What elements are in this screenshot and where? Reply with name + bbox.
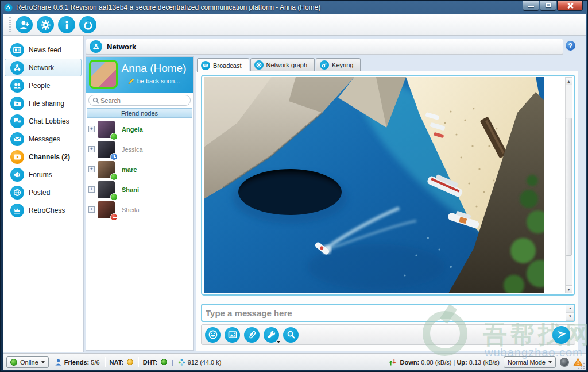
- search-icon: [92, 97, 99, 104]
- statusbar: Online Friends: 5/6 NAT: DHT: | 912 (44.…: [3, 353, 586, 370]
- friend-nodes-header[interactable]: Friend nodes: [87, 108, 192, 118]
- tab-broadcast[interactable]: Broadcast: [197, 58, 249, 72]
- sidebar-item-posted[interactable]: Posted: [5, 183, 82, 201]
- online-badge: [110, 173, 118, 181]
- friend-row-jessica[interactable]: + Jessica: [86, 139, 193, 159]
- minimize-button[interactable]: [523, 1, 539, 11]
- sidebar-label: People: [29, 82, 50, 90]
- friend-search[interactable]: [88, 95, 191, 106]
- add-friend-button[interactable]: [16, 16, 33, 33]
- gear-icon: [40, 20, 51, 30]
- friends-label: Friends:: [64, 359, 89, 366]
- msg-scroll-down[interactable]: ▼: [566, 313, 574, 321]
- quit-button[interactable]: [79, 16, 96, 33]
- expand-icon[interactable]: +: [88, 126, 95, 132]
- friend-avatar: [98, 181, 115, 198]
- sidebar-label: Messages: [29, 135, 60, 143]
- pencil-icon: [128, 78, 135, 85]
- nat-status-dot: [127, 359, 133, 365]
- profile-avatar[interactable]: [89, 60, 118, 89]
- expand-icon[interactable]: +: [88, 166, 95, 172]
- sidebar-item-network[interactable]: Network: [5, 59, 82, 76]
- friend-row-marc[interactable]: + marc: [86, 159, 193, 179]
- broadcast-panel: ▲ ▼ ▲▼: [196, 71, 578, 351]
- msg-scroll-up[interactable]: ▲: [566, 305, 574, 313]
- scroll-up-arrow[interactable]: ▲: [566, 78, 572, 85]
- smiley-icon: [208, 330, 218, 339]
- tab-network-graph[interactable]: Network graph: [250, 58, 315, 71]
- smiley-button[interactable]: [205, 327, 220, 343]
- up-value: 8.13 (kB/s): [469, 359, 500, 366]
- transfer-arrows-icon: [389, 358, 396, 366]
- friend-avatar: [98, 141, 115, 158]
- scroll-thumb[interactable]: [566, 118, 572, 256]
- chat-toolbar: [201, 324, 575, 345]
- pipe: |: [172, 359, 173, 366]
- titlebar[interactable]: RetroShare 0.6.1 Revision aaf13eb4 a sec…: [1, 1, 587, 14]
- sidebar-item-retrochess[interactable]: RetroChess: [5, 201, 82, 219]
- sidebar-item-news-feed[interactable]: News feed: [5, 41, 82, 59]
- channels-icon: [10, 150, 24, 164]
- away-badge: [110, 153, 118, 160]
- beach-photo: [204, 77, 544, 293]
- tab-label: Broadcast: [213, 62, 242, 69]
- friend-search-input[interactable]: [99, 97, 180, 105]
- options-button[interactable]: [37, 16, 54, 33]
- message-scroll[interactable]: ▲▼: [566, 305, 574, 321]
- expand-icon[interactable]: +: [88, 206, 95, 213]
- network-icon: [10, 61, 24, 75]
- sidebar-item-channels[interactable]: Channels (2): [5, 148, 82, 166]
- sidebar-label: Chat Lobbies: [29, 117, 69, 125]
- message-input[interactable]: [202, 308, 566, 318]
- sidebar-item-forums[interactable]: Forums: [5, 166, 82, 183]
- sidebar-label: Channels (2): [29, 153, 70, 161]
- sidebar-item-people[interactable]: People: [5, 76, 82, 94]
- sidebar-label: RetroChess: [29, 206, 65, 214]
- tab-label: Keyring: [332, 62, 353, 68]
- resize-grip[interactable]: [578, 362, 585, 369]
- maximize-button[interactable]: [540, 1, 556, 11]
- close-button[interactable]: [557, 1, 583, 11]
- friend-name: Sheila: [122, 206, 140, 213]
- mode-combo[interactable]: Normal Mode: [504, 356, 556, 368]
- dropdown-caret-icon: [277, 341, 280, 343]
- sidebar-item-chat-lobbies[interactable]: Chat Lobbies: [5, 112, 82, 130]
- sidebar-item-file-sharing[interactable]: File sharing: [5, 94, 82, 112]
- chat-scrollbar[interactable]: ▲ ▼: [565, 77, 572, 293]
- down-label: Down:: [400, 359, 420, 366]
- expand-icon[interactable]: +: [88, 186, 95, 193]
- about-button[interactable]: [58, 16, 75, 33]
- toolbar-drag-handle[interactable]: [9, 17, 11, 32]
- friend-row-sheila[interactable]: + Sheila: [86, 200, 193, 220]
- tab-label: Network graph: [266, 62, 308, 68]
- sidebar-item-messages[interactable]: Messages: [5, 130, 82, 148]
- chat-search-button[interactable]: [283, 327, 299, 343]
- online-label: Online: [20, 359, 38, 366]
- discovery-status-icon[interactable]: [560, 358, 569, 367]
- tab-keyring[interactable]: Keyring: [316, 58, 361, 71]
- power-icon: [83, 20, 94, 30]
- send-button[interactable]: [552, 326, 570, 344]
- attach-button[interactable]: [244, 327, 260, 343]
- sidebar: News feed Network People File sharing Ch…: [3, 36, 84, 352]
- globe-icon: [10, 186, 24, 200]
- expand-icon[interactable]: +: [88, 146, 95, 152]
- network-page-icon: [90, 40, 102, 53]
- image-button[interactable]: [225, 327, 240, 343]
- friend-name: marc: [122, 166, 137, 173]
- megaphone-icon: [10, 168, 24, 182]
- friend-row-angela[interactable]: + Angela: [86, 119, 193, 139]
- online-status-combo[interactable]: Online: [6, 356, 49, 368]
- friend-row-shani[interactable]: + Shani: [86, 179, 193, 200]
- format-tools-button[interactable]: [264, 327, 279, 343]
- page-header: Network: [86, 39, 563, 55]
- friends-count-icon: [55, 358, 62, 366]
- online-badge: [110, 133, 118, 140]
- help-button[interactable]: ?: [566, 41, 575, 51]
- scroll-down-arrow[interactable]: ▼: [566, 285, 572, 293]
- chat-history: ▲ ▼: [201, 75, 575, 296]
- wrench-icon: [267, 330, 276, 339]
- profile-status[interactable]: be back soon...: [128, 78, 180, 85]
- minimize-icon: [528, 6, 534, 7]
- friend-name: Angela: [122, 126, 143, 133]
